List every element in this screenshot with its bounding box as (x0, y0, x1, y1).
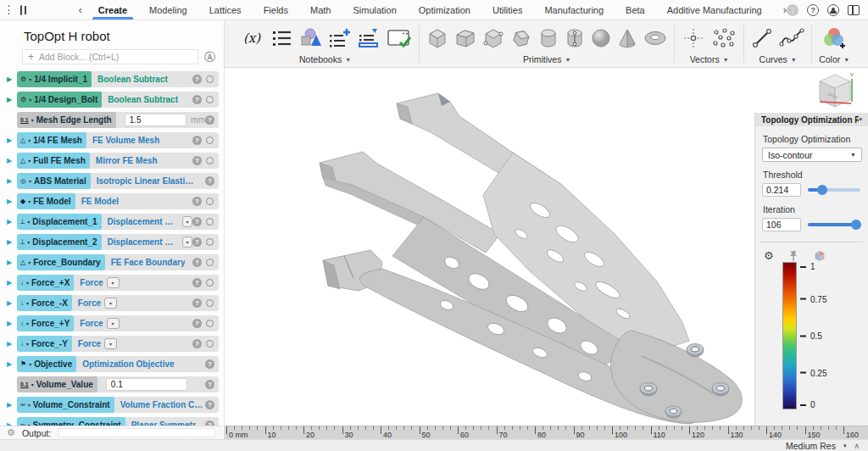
threshold-slider[interactable] (808, 188, 860, 192)
block-chip[interactable]: ⟂▾Displacement_1 (17, 214, 102, 230)
block-chip[interactable]: ∞▾Symmetry_Constraint (17, 417, 125, 426)
curves-group-label[interactable]: Curves▼ (760, 54, 797, 64)
block-body[interactable]: ⚑▾ObjectiveOptimization Objective? (17, 356, 219, 372)
help-icon[interactable]: ? (192, 258, 202, 267)
collapse-up-icon[interactable]: ∧ (854, 442, 860, 450)
visibility-toggle-icon[interactable] (206, 299, 214, 307)
variable-icon[interactable]: (x) (238, 31, 265, 46)
notebook-shapes-icon[interactable] (299, 27, 323, 49)
cylinder-axis-icon[interactable] (565, 27, 585, 49)
block-body[interactable]: ⟂▾Displacement_2Displacement Restraint▾? (17, 234, 219, 250)
iteration-slider[interactable] (808, 223, 860, 226)
torus-icon[interactable] (643, 27, 667, 49)
box-alt-icon[interactable] (454, 27, 476, 49)
block-chip[interactable]: ∞▾Volume_Constraint (17, 397, 114, 413)
display-mode-dropdown[interactable]: Iso-contour ▼ (762, 148, 862, 162)
help-icon[interactable]: ? (192, 95, 202, 104)
visibility-toggle-icon[interactable] (206, 259, 214, 266)
menu-tab-fields[interactable]: Fields (253, 0, 299, 19)
visibility-toggle-icon[interactable] (206, 136, 214, 144)
iteration-input[interactable]: 106 (762, 218, 801, 231)
help-icon[interactable]: ? (205, 380, 214, 389)
block-body[interactable]: △▾Force_BoundaryFE Face Boundary? (17, 254, 219, 270)
expand-arrow-icon[interactable]: ▶ (7, 92, 17, 108)
type-dropdown[interactable]: ▾ (104, 298, 117, 309)
value-input[interactable]: 0.1 (106, 378, 187, 391)
cone-icon[interactable] (617, 27, 637, 49)
block-chip[interactable]: ↓▾Force_+X (17, 275, 74, 291)
block-chip[interactable]: △▾1/4 FE Mesh (17, 132, 86, 148)
spline-icon[interactable] (779, 27, 804, 49)
visibility-toggle-icon[interactable] (206, 96, 214, 103)
help-icon[interactable]: ? (192, 197, 202, 206)
block-body[interactable]: ↓▾Force_-XForce▾? (17, 295, 219, 311)
notebooks-group-label[interactable]: Notebooks▼ (299, 54, 351, 64)
output-field[interactable] (58, 428, 215, 437)
block-body[interactable]: ◆▾FE ModelFE Model? (17, 193, 219, 209)
sphere-icon[interactable] (591, 27, 611, 49)
pin-icon[interactable] (788, 250, 798, 262)
menu-tab-utilities[interactable]: Utilities (481, 0, 533, 19)
menu-tab-beta[interactable]: Beta (615, 0, 656, 19)
layout-panes-icon[interactable] (20, 5, 22, 15)
help-icon[interactable]: ? (205, 359, 214, 369)
expand-arrow-icon[interactable]: ▶ (7, 275, 17, 291)
help-icon[interactable]: ? (192, 156, 202, 165)
expand-arrow-icon[interactable]: ▶ (7, 234, 17, 250)
block-body[interactable]: △▾1/4 FE MeshFE Volume Mesh? (17, 132, 219, 148)
visibility-toggle-icon[interactable] (206, 198, 214, 205)
point-cloud-icon[interactable] (711, 27, 737, 49)
expand-arrow-icon[interactable]: ▶ (7, 132, 17, 148)
help-icon[interactable]: ? (192, 217, 202, 226)
block-body[interactable]: △▾Full FE MeshMirror FE Mesh? (17, 153, 219, 169)
menu-tab-additive-manufacturing[interactable]: Additive Manufacturing (656, 0, 773, 19)
help-icon[interactable]: ? (192, 136, 202, 145)
help-icon[interactable]: ? (192, 298, 202, 308)
block-body[interactable]: ◎▾ABS MaterialIsotropic Linear Elastic P… (17, 173, 219, 189)
menu-tab-lattices[interactable]: Lattices (198, 0, 253, 19)
block-chip[interactable]: ⚙▾1/4 Implicit_1 (17, 71, 92, 87)
block-body[interactable]: 0.1▾Volume_Value0.1? (17, 376, 219, 393)
type-dropdown[interactable]: ▾ (182, 237, 192, 248)
type-dropdown[interactable]: ▾ (107, 318, 120, 329)
visibility-toggle-icon[interactable] (206, 279, 214, 287)
block-chip[interactable]: △▾Force_Boundary (17, 254, 105, 270)
list-import-icon[interactable] (357, 27, 381, 49)
color-wheel-icon[interactable] (821, 26, 847, 50)
gear-icon[interactable]: ⚙ (7, 427, 15, 438)
expand-arrow-icon[interactable]: ▶ (7, 417, 17, 426)
menu-tab-manufacturing[interactable]: Manufacturing (533, 0, 615, 19)
color-group-label[interactable]: Color▼ (819, 54, 849, 64)
block-body[interactable]: ↓▾Force_+XForce▾? (17, 275, 219, 291)
list-add-icon[interactable] (329, 27, 351, 49)
visibility-toggle-icon[interactable] (206, 238, 214, 246)
expand-arrow-icon[interactable]: ▶ (7, 315, 17, 331)
expand-arrow-icon[interactable]: ▶ (7, 356, 17, 372)
auto-update-icon[interactable]: Ⓐ (204, 50, 215, 65)
expand-arrow-icon[interactable]: ▶ (7, 397, 17, 413)
panel-header[interactable]: Topology Optimization Res... ▾ (755, 113, 868, 126)
resolution-dropdown[interactable]: Medium Res ▾ ∧ (786, 441, 860, 451)
visibility-toggle-icon[interactable] (206, 218, 214, 226)
help-icon[interactable]: ? (192, 319, 202, 328)
help-icon[interactable]: ? (192, 278, 202, 287)
block-chip[interactable]: ⚙▾1/4 Design_Bolt (17, 92, 102, 108)
threshold-input[interactable]: 0.214 (762, 183, 801, 197)
block-chip[interactable]: 0.1▾Mesh Edge Length (17, 112, 116, 128)
account-icon[interactable] (827, 4, 839, 16)
box-rotated-icon[interactable] (510, 27, 532, 49)
help-icon[interactable]: ? (205, 400, 214, 409)
box-icon[interactable] (426, 27, 448, 49)
expand-arrow-icon[interactable]: ▶ (7, 254, 17, 270)
help-icon[interactable]: ? (192, 75, 202, 84)
menu-tab-modeling[interactable]: Modeling (138, 0, 198, 19)
primitives-group-label[interactable]: Primitives▼ (523, 54, 570, 64)
visibility-toggle-icon[interactable] (206, 340, 214, 348)
block-body[interactable]: ⚙▾1/4 Design_BoltBoolean Subtract? (17, 92, 219, 108)
menu-tab-optimization[interactable]: Optimization (408, 0, 481, 19)
expand-arrow-icon[interactable]: ▶ (7, 214, 17, 230)
value-input[interactable]: 1.5 (125, 114, 187, 126)
line-segment-icon[interactable] (751, 27, 773, 49)
expand-arrow-icon[interactable]: ▶ (7, 193, 17, 209)
form-check-icon[interactable] (387, 27, 412, 49)
